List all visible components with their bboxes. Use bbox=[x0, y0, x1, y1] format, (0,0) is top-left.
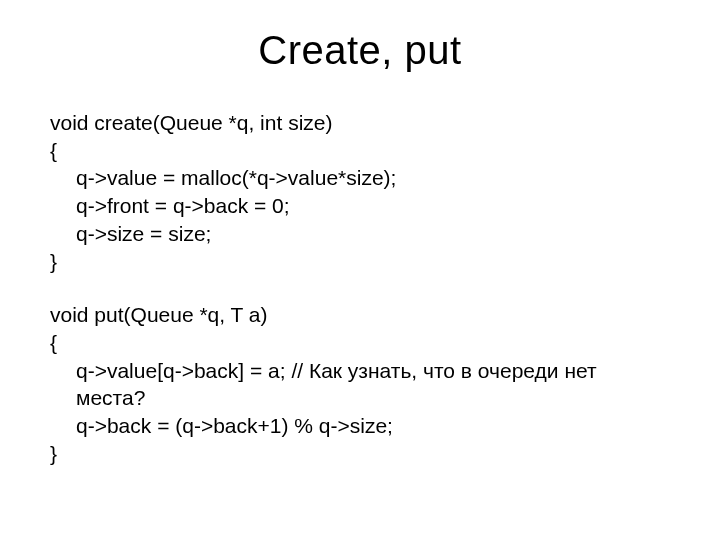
spacer bbox=[50, 275, 670, 301]
create-open-brace: { bbox=[50, 137, 670, 165]
create-signature: void create(Queue *q, int size) bbox=[50, 109, 670, 137]
create-close-brace: } bbox=[50, 248, 670, 276]
put-line-2: q->back = (q->back+1) % q->size; bbox=[50, 412, 670, 440]
put-open-brace: { bbox=[50, 329, 670, 357]
slide: Create, put void create(Queue *q, int si… bbox=[0, 0, 720, 540]
put-signature: void put(Queue *q, T a) bbox=[50, 301, 670, 329]
slide-title: Create, put bbox=[50, 28, 670, 73]
code-block: void create(Queue *q, int size) { q->val… bbox=[50, 109, 670, 468]
put-close-brace: } bbox=[50, 440, 670, 468]
create-line-1: q->value = malloc(*q->value*size); bbox=[50, 164, 670, 192]
put-line-1-code: q->value[q->back] = a; bbox=[76, 359, 291, 382]
create-line-3: q->size = size; bbox=[50, 220, 670, 248]
put-line-1: q->value[q->back] = a; // Как узнать, чт… bbox=[50, 357, 670, 412]
create-line-2: q->front = q->back = 0; bbox=[50, 192, 670, 220]
